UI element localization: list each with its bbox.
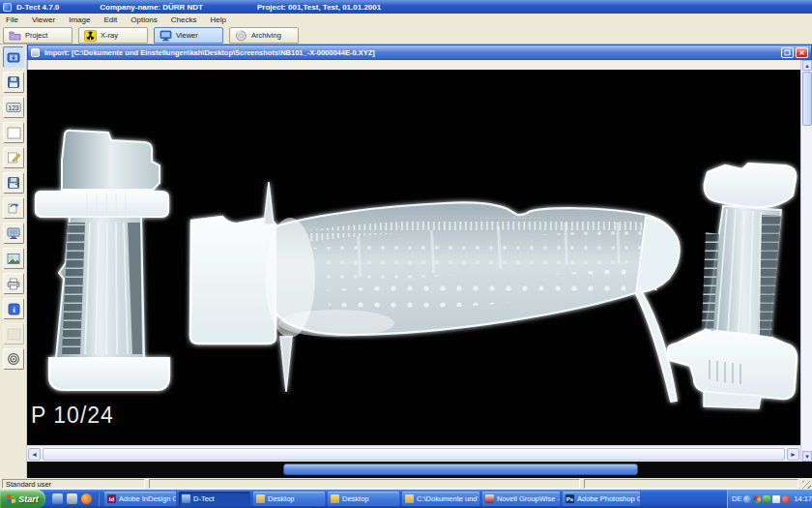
folder-icon bbox=[256, 494, 265, 503]
system-tray: DE 14:17 bbox=[727, 490, 812, 508]
radiation-icon bbox=[84, 30, 97, 42]
horizontal-scroll-thumb[interactable] bbox=[43, 448, 785, 461]
scroll-left-arrow[interactable]: ◄ bbox=[28, 448, 41, 461]
info-icon: i bbox=[8, 303, 20, 315]
tray-clock[interactable]: 14:17 bbox=[794, 494, 812, 503]
tray-mail-icon[interactable] bbox=[772, 495, 780, 503]
scroll-down-arrow[interactable]: ▼ bbox=[802, 451, 812, 462]
company-name: Company-name: DÜRR NDT bbox=[100, 3, 203, 12]
annotate-button[interactable] bbox=[3, 147, 24, 168]
target-icon bbox=[7, 352, 20, 366]
xray-image-viewport[interactable]: P 10/24 bbox=[27, 70, 800, 445]
tab-archiving[interactable]: Archiving bbox=[229, 27, 299, 44]
windows-flag-icon bbox=[7, 494, 15, 504]
tab-xray[interactable]: X-ray bbox=[78, 27, 148, 44]
taskbar-button-photoshop[interactable]: Ps Adobe Photoshop CS... bbox=[563, 492, 640, 506]
save-as-button[interactable] bbox=[3, 172, 24, 194]
taskbar-button-dokumente[interactable]: C:\Dokumente und Ei... bbox=[402, 492, 479, 506]
taskbar-button-groupwise[interactable]: Novell GroupWise - M... bbox=[482, 492, 560, 506]
annotate-icon bbox=[7, 151, 20, 164]
quick-launch-desktop-icon[interactable] bbox=[67, 493, 77, 504]
vertical-scrollbar[interactable]: ▲ ▼ bbox=[800, 60, 812, 462]
status-panel-2 bbox=[149, 479, 580, 489]
scroll-up-arrow[interactable]: ▲ bbox=[802, 60, 812, 71]
target-button[interactable] bbox=[3, 348, 24, 370]
indesign-icon: Id bbox=[107, 494, 116, 503]
taskbar-button-desktop-1[interactable]: Desktop bbox=[253, 492, 325, 506]
project-title: Project: 001,Test, Test, 01.01.2001 bbox=[257, 3, 381, 12]
import-button[interactable] bbox=[3, 46, 24, 68]
blank-frame-button[interactable] bbox=[3, 122, 24, 143]
xray-image bbox=[27, 70, 800, 445]
tab-project[interactable]: Project bbox=[3, 27, 72, 44]
outer-scroll-strip[interactable] bbox=[27, 462, 812, 478]
menu-bar: File Viewer Image Edit Options Checks He… bbox=[0, 14, 812, 26]
tab-label: X-ray bbox=[101, 31, 118, 40]
import-window-title: Import: [C:\Dokumente und Einstellungen\… bbox=[44, 48, 375, 57]
menu-edit[interactable]: Edit bbox=[102, 15, 119, 24]
blank-frame-icon bbox=[7, 127, 21, 139]
counter-icon: 123 bbox=[6, 102, 21, 113]
save-icon bbox=[7, 75, 20, 89]
close-button[interactable]: ✕ bbox=[796, 47, 808, 58]
tab-label: Archiving bbox=[251, 31, 281, 40]
import-window-icon bbox=[31, 48, 40, 57]
start-label: Start bbox=[18, 494, 39, 504]
folder-icon bbox=[331, 494, 339, 503]
quick-launch-firefox-icon[interactable] bbox=[81, 493, 92, 504]
quick-launch bbox=[48, 490, 104, 508]
quick-launch-browser-icon[interactable] bbox=[52, 493, 63, 504]
dtect-icon bbox=[182, 494, 190, 503]
app-title: D-Tect 4.7.0 bbox=[16, 3, 59, 12]
vertical-scroll-thumb[interactable] bbox=[802, 72, 812, 126]
taskbar-button-desktop-2[interactable]: Desktop bbox=[328, 492, 399, 506]
menu-file[interactable]: File bbox=[4, 15, 20, 24]
import-icon bbox=[7, 50, 20, 64]
outer-scroll-thumb[interactable] bbox=[283, 463, 638, 475]
monitor-icon bbox=[7, 227, 20, 240]
scroll-right-arrow[interactable]: ► bbox=[787, 448, 799, 461]
folder-icon bbox=[405, 494, 414, 503]
start-button[interactable]: Start bbox=[0, 490, 45, 508]
menu-checks[interactable]: Checks bbox=[169, 15, 199, 24]
disabled-frame-icon bbox=[7, 328, 21, 341]
image-viewer-button[interactable] bbox=[3, 248, 24, 269]
photoshop-icon: Ps bbox=[566, 494, 574, 503]
viewer-tool-column: 123 bbox=[0, 45, 27, 478]
restore-button[interactable]: ❐ bbox=[781, 47, 794, 58]
monitor-icon bbox=[160, 30, 172, 42]
quick-launch-divider bbox=[98, 493, 100, 506]
rotate-button[interactable] bbox=[3, 197, 24, 219]
taskbar-button-dtect[interactable]: D-Tect bbox=[179, 492, 250, 506]
tray-globe-icon[interactable] bbox=[743, 495, 751, 503]
resize-grip[interactable] bbox=[802, 481, 811, 489]
menu-help[interactable]: Help bbox=[209, 15, 228, 24]
rotate-icon bbox=[7, 201, 20, 215]
import-window-inner-edge bbox=[27, 60, 800, 70]
menu-options[interactable]: Options bbox=[129, 15, 160, 24]
menu-image[interactable]: Image bbox=[67, 15, 92, 24]
tray-shield-icon[interactable] bbox=[763, 495, 770, 503]
save-button[interactable] bbox=[3, 72, 24, 93]
print-button[interactable] bbox=[3, 273, 24, 294]
tray-novell-icon[interactable] bbox=[753, 495, 761, 503]
monitor-button[interactable] bbox=[3, 223, 24, 244]
info-button[interactable]: i bbox=[3, 298, 24, 319]
tab-viewer[interactable]: Viewer bbox=[154, 27, 223, 44]
counter-button[interactable]: 123 bbox=[3, 97, 24, 118]
taskbar-button-indesign[interactable]: Id Adobe InDesign CS3 bbox=[104, 492, 176, 506]
disabled-tool-button bbox=[3, 323, 24, 344]
horizontal-scrollbar[interactable]: ◄ ► bbox=[27, 445, 800, 462]
import-window-titlebar[interactable]: Import: [C:\Dokumente und Einstellungen\… bbox=[27, 45, 812, 60]
windows-taskbar: Start Id Adobe InDesign CS3 D-Tect Deskt… bbox=[0, 490, 812, 508]
status-user: Standard user bbox=[6, 480, 51, 489]
frame-counter-overlay: P 10/24 bbox=[31, 403, 114, 429]
language-indicator[interactable]: DE bbox=[732, 494, 741, 503]
status-panel-3 bbox=[584, 479, 798, 489]
menu-viewer[interactable]: Viewer bbox=[30, 15, 57, 24]
d-tect-window: D-Tect 4.7.0 Company-name: DÜRR NDT Proj… bbox=[0, 0, 812, 508]
tab-label: Project bbox=[25, 31, 47, 40]
tab-label: Viewer bbox=[176, 31, 198, 40]
status-user-panel: Standard user bbox=[2, 479, 145, 489]
tray-alert-icon[interactable] bbox=[782, 495, 790, 503]
